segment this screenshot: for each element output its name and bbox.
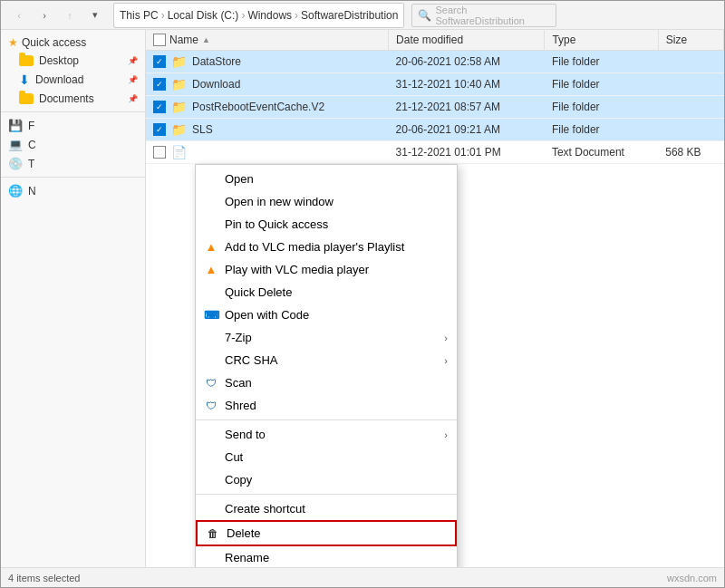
breadcrumb[interactable]: This PC › Local Disk (C:) › Windows › So…	[113, 3, 404, 28]
sidebar-item-n[interactable]: 🌐 N	[1, 181, 145, 200]
titlebar: ‹ › ↑ ▾ This PC › Local Disk (C:) › Wind…	[1, 1, 724, 30]
table-row[interactable]: 📄 31-12-2021 01:01 PM Text Document 568 …	[146, 141, 724, 164]
sidebar-documents-label: Documents	[39, 92, 94, 105]
search-bar[interactable]: 🔍 Search SoftwareDistribution	[411, 4, 556, 27]
vlc-icon: ▲	[203, 240, 219, 254]
sidebar-c-label: C	[28, 139, 36, 151]
sidebar-item-documents[interactable]: Documents 📌	[1, 90, 145, 108]
file-name-1: Download	[192, 78, 240, 91]
file-size-1	[658, 73, 723, 96]
row-checkbox-2[interactable]: ✓	[153, 101, 166, 113]
mbam-icon: 🛡	[203, 377, 219, 390]
watermark: wxsdn.com	[667, 573, 717, 583]
forward-button[interactable]: ›	[34, 5, 55, 26]
file-date-0: 20-06-2021 02:58 AM	[389, 51, 545, 73]
file-size-4: 568 KB	[658, 141, 723, 164]
menu-label-crc-sha: CRC SHA	[225, 353, 278, 367]
file-date-2: 21-12-2021 08:57 AM	[389, 96, 545, 119]
file-name-0: DataStore	[192, 55, 241, 68]
menu-item-open[interactable]: Open	[196, 168, 457, 190]
table-row[interactable]: ✓ 📁 SLS 20-06-2021 09:21 AM File folder	[146, 119, 724, 141]
menu-item-rename[interactable]: Rename	[196, 546, 457, 567]
file-type-1: File folder	[545, 73, 658, 96]
folder-icon-desktop	[19, 55, 34, 66]
menu-item-vlc-play[interactable]: ▲Play with VLC media player	[196, 258, 457, 281]
sidebar-item-t[interactable]: 💿 T	[1, 154, 145, 173]
file-explorer-window: ‹ › ↑ ▾ This PC › Local Disk (C:) › Wind…	[0, 0, 725, 588]
file-name-cell: ✓ 📁 SLS	[146, 119, 389, 141]
breadcrumb-thispc[interactable]: This PC	[120, 9, 159, 22]
menu-label-rename: Rename	[225, 551, 269, 564]
menu-label-send-to: Send to	[225, 428, 266, 441]
breadcrumb-localdisk[interactable]: Local Disk (C:)	[168, 9, 239, 22]
file-name-cell: ✓ 📁 PostRebootEventCache.V2	[146, 96, 389, 119]
menu-label-copy: Copy	[225, 473, 252, 487]
menu-item-cut[interactable]: Cut	[196, 446, 457, 468]
sep2: ›	[241, 9, 245, 22]
sep3: ›	[295, 9, 298, 22]
table-row[interactable]: ✓ 📁 DataStore 20-06-2021 02:58 AM File f…	[146, 51, 724, 73]
file-type-4: Text Document	[545, 141, 658, 164]
file-date-3: 20-06-2021 09:21 AM	[389, 119, 545, 141]
col-type[interactable]: Type	[545, 30, 658, 51]
table-row[interactable]: ✓ 📁 Download 31-12-2021 10:40 AM File fo…	[146, 73, 724, 96]
sidebar-item-download[interactable]: ⬇ Download 📌	[1, 70, 145, 90]
file-name-cell: ✓ 📁 DataStore	[146, 51, 389, 73]
up-button[interactable]: ↑	[59, 5, 81, 26]
menu-label-open: Open	[225, 172, 254, 186]
select-all-checkbox[interactable]	[153, 34, 166, 46]
sidebar-item-f[interactable]: 💾 F	[1, 116, 145, 135]
menu-label-open-new-window: Open in new window	[225, 195, 334, 208]
sidebar-quick-access-label: Quick access	[22, 36, 86, 49]
row-checkbox-3[interactable]: ✓	[153, 123, 166, 136]
file-date-1: 31-12-2021 10:40 AM	[389, 73, 545, 96]
menu-item-scan[interactable]: 🛡Scan	[196, 371, 457, 394]
row-checkbox-1[interactable]: ✓	[153, 78, 166, 91]
back-button[interactable]: ‹	[8, 5, 30, 26]
file-folder-icon-1: 📁	[171, 77, 187, 92]
menu-item-quick-delete[interactable]: Quick Delete	[196, 281, 457, 304]
search-icon: 🔍	[418, 9, 431, 22]
table-row[interactable]: ✓ 📁 PostRebootEventCache.V2 21-12-2021 0…	[146, 96, 724, 119]
submenu-arrow: ›	[444, 355, 448, 366]
sidebar: ★ Quick access Desktop 📌 ⬇ Download 📌 Do…	[1, 30, 146, 567]
file-area: Name ▲ Date modified Type Size ✓ 📁 DataS…	[146, 30, 724, 567]
file-folder-icon-3: 📁	[171, 122, 187, 137]
vscode-icon: ⌨	[203, 309, 219, 322]
menu-label-scan: Scan	[225, 376, 252, 390]
menu-label-pin-quick: Pin to Quick access	[225, 217, 328, 231]
drive-icon-c: 💻	[8, 138, 23, 151]
col-date[interactable]: Date modified	[389, 30, 545, 51]
sidebar-item-c[interactable]: 💻 C	[1, 135, 145, 154]
submenu-arrow: ›	[444, 333, 448, 343]
menu-item-create-shortcut[interactable]: Create shortcut	[196, 497, 457, 520]
breadcrumb-current: SoftwareDistribution	[301, 9, 398, 22]
menu-item-crc-sha[interactable]: CRC SHA›	[196, 349, 457, 371]
row-checkbox-4[interactable]	[153, 146, 166, 159]
file-folder-icon-0: 📁	[171, 54, 187, 69]
menu-item-vlc-playlist[interactable]: ▲Add to VLC media player's Playlist	[196, 236, 457, 258]
pin-icon-download: 📌	[128, 75, 138, 84]
col-name[interactable]: Name ▲	[146, 30, 389, 51]
folder-icon-download: ⬇	[19, 72, 30, 87]
status-item-count: 4 items selected	[8, 573, 80, 583]
file-size-3	[658, 119, 723, 141]
sidebar-download-label: Download	[35, 73, 83, 86]
menu-item-copy[interactable]: Copy	[196, 468, 457, 491]
row-checkbox-0[interactable]: ✓	[153, 55, 166, 68]
menu-item-7zip[interactable]: 7-Zip›	[196, 326, 457, 349]
menu-item-delete[interactable]: 🗑Delete	[196, 520, 457, 546]
menu-item-vscode[interactable]: ⌨Open with Code	[196, 304, 457, 326]
breadcrumb-windows[interactable]: Windows	[247, 9, 292, 22]
sidebar-quick-access[interactable]: ★ Quick access	[1, 34, 145, 52]
sidebar-item-desktop[interactable]: Desktop 📌	[1, 52, 145, 70]
context-menu: OpenOpen in new windowPin to Quick acces…	[195, 164, 458, 567]
star-icon: ★	[8, 36, 18, 49]
recent-button[interactable]: ▾	[84, 5, 106, 26]
menu-item-send-to[interactable]: Send to›	[196, 423, 457, 446]
menu-item-pin-quick[interactable]: Pin to Quick access	[196, 213, 457, 236]
file-date-4: 31-12-2021 01:01 PM	[389, 141, 545, 164]
menu-item-open-new-window[interactable]: Open in new window	[196, 190, 457, 213]
col-size[interactable]: Size	[658, 30, 723, 51]
menu-item-shred[interactable]: 🛡Shred	[196, 394, 457, 417]
